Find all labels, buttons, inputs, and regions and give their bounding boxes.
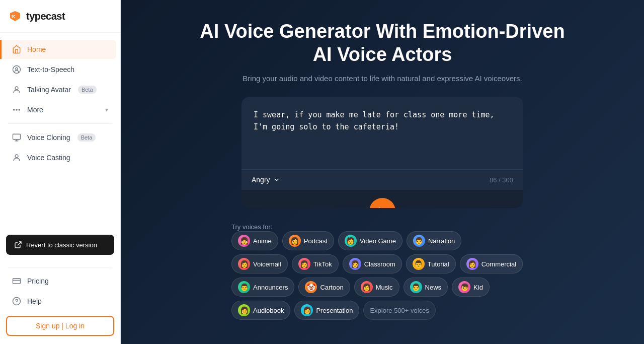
emotion-chevron-icon <box>273 176 280 183</box>
svg-line-11 <box>18 242 21 245</box>
narration-avatar: 👨 <box>413 235 425 247</box>
voice-tag-video-game[interactable]: 🧑 Video Game <box>338 231 403 250</box>
commercial-avatar: 👩 <box>466 258 478 270</box>
sidebar-item-home-label: Home <box>27 45 46 53</box>
voices-section: Try voices for: 👧 Anime 👩 Podcast 🧑 Vide… <box>231 222 533 324</box>
sidebar-nav: Home Text-to-Speech Talking Avatar Beta <box>0 33 120 231</box>
kid-avatar: 👦 <box>458 281 470 293</box>
sidebar-item-voice-casting-label: Voice Casting <box>27 154 70 162</box>
svg-point-2 <box>16 67 18 70</box>
sidebar-item-pricing-label: Pricing <box>27 277 49 285</box>
emotion-selector[interactable]: Angry <box>252 176 280 184</box>
voice-tag-music[interactable]: 👩 Music <box>354 278 399 297</box>
avatar-icon <box>12 85 21 94</box>
news-avatar: 👨 <box>410 281 422 293</box>
voice-tag-anime[interactable]: 👧 Anime <box>231 231 278 250</box>
app-name: typecast <box>26 11 65 22</box>
main-content: AI Voice Generator With Emotion-Driven A… <box>121 0 644 344</box>
hero-title: AI Voice Generator With Emotion-Driven A… <box>191 20 574 66</box>
music-avatar: 👩 <box>361 281 373 293</box>
voice-tag-tutorial[interactable]: 👨 Tutorial <box>406 254 456 273</box>
voice-tags-row-4: 👩 Audiobook 👩 Presentation Explore 500+ … <box>231 301 533 320</box>
more-chevron-icon: ▾ <box>105 106 108 113</box>
voice-tag-classroom[interactable]: 👩 Classroom <box>343 254 402 273</box>
voice-demo-box: I swear, if you make me late for class o… <box>242 97 523 208</box>
sidebar-item-help[interactable]: Help <box>4 292 116 311</box>
voice-tag-cartoon[interactable]: 🤡 Cartoon <box>298 278 350 297</box>
tutorial-avatar: 👨 <box>413 258 425 270</box>
voice-tag-tiktok[interactable]: 👩 TikTok <box>292 254 339 273</box>
voice-tag-audiobook[interactable]: 👩 Audiobook <box>231 301 290 320</box>
explore-label: Explore 500+ voices <box>370 307 429 314</box>
podcast-avatar: 👩 <box>289 235 301 247</box>
sidebar-item-voice-cloning[interactable]: Voice Cloning Beta <box>4 128 116 147</box>
typecast-logo-icon: tc <box>8 9 22 23</box>
sidebar-item-pricing[interactable]: Pricing <box>4 271 116 291</box>
classroom-avatar: 👩 <box>349 258 361 270</box>
sidebar-item-home[interactable]: Home <box>0 40 116 59</box>
voice-tag-narration[interactable]: 👨 Narration <box>407 231 461 250</box>
voice-text-input[interactable]: I swear, if you make me late for class o… <box>242 97 523 167</box>
home-icon <box>12 45 21 54</box>
voice-tag-news[interactable]: 👨 News <box>404 278 448 297</box>
svg-point-3 <box>15 87 18 90</box>
sidebar-item-more-label: More <box>27 106 43 114</box>
pricing-icon <box>12 277 21 286</box>
voice-tag-announcers[interactable]: 👨 Announcers <box>231 278 294 297</box>
svg-marker-16 <box>379 208 385 208</box>
voice-tags-row-3: 👨 Announcers 🤡 Cartoon 👩 Music 👨 News 👦 … <box>231 278 533 297</box>
nav-divider <box>8 123 112 124</box>
sidebar-item-voice-casting[interactable]: Voice Casting <box>4 148 116 167</box>
svg-point-4 <box>14 109 15 110</box>
voice-tag-commercial[interactable]: 👩 Commercial <box>460 254 523 273</box>
sidebar: tc typecast Home Text-to-Speech <box>0 0 121 344</box>
voice-cloning-badge: Beta <box>77 133 96 142</box>
hero-subtitle: Bring your audio and video content to li… <box>243 74 522 83</box>
avatar-badge: Beta <box>78 86 97 94</box>
sidebar-item-tts-label: Text-to-Speech <box>27 65 74 74</box>
cartoon-avatar: 🤡 <box>305 281 317 293</box>
video-game-avatar: 🧑 <box>345 235 357 247</box>
voice-clone-icon <box>12 133 21 142</box>
play-icon <box>377 206 387 208</box>
svg-text:tc: tc <box>12 14 16 19</box>
voice-tag-podcast[interactable]: 👩 Podcast <box>282 231 334 250</box>
svg-point-14 <box>13 298 21 305</box>
sidebar-item-help-label: Help <box>27 297 42 305</box>
voice-tags-row-2: 👩 Voicemail 👩 TikTok 👩 Classroom 👨 Tutor… <box>231 254 533 273</box>
voice-tags-row-1: 👧 Anime 👩 Podcast 🧑 Video Game 👨 Narrati… <box>231 231 533 250</box>
emotion-label: Angry <box>252 176 270 184</box>
svg-point-1 <box>13 66 21 74</box>
svg-point-10 <box>15 155 18 158</box>
svg-rect-7 <box>13 134 21 140</box>
help-icon <box>12 297 21 306</box>
voice-player <box>242 190 523 208</box>
voice-controls: Angry 86 / 300 <box>242 169 523 190</box>
svg-point-6 <box>19 109 20 110</box>
sidebar-item-tts[interactable]: Text-to-Speech <box>4 60 116 79</box>
sidebar-item-avatar[interactable]: Talking Avatar Beta <box>4 80 116 99</box>
anime-avatar: 👧 <box>238 235 250 247</box>
svg-rect-12 <box>13 279 21 284</box>
tts-icon <box>12 65 21 74</box>
sidebar-item-voice-cloning-label: Voice Cloning <box>27 133 70 142</box>
play-button[interactable] <box>369 198 395 208</box>
voice-tag-kid[interactable]: 👦 Kid <box>452 278 490 297</box>
presentation-avatar: 👩 <box>301 304 313 316</box>
sidebar-item-more[interactable]: More ▾ <box>4 100 116 119</box>
voicemail-avatar: 👩 <box>238 258 250 270</box>
sidebar-bottom: Pricing Help Sign up | Log in <box>0 259 120 344</box>
voice-tag-explore[interactable]: Explore 500+ voices <box>363 301 435 320</box>
bottom-divider <box>8 267 112 267</box>
external-link-icon <box>14 241 22 249</box>
signin-btn-label: Sign up | Log in <box>36 322 85 330</box>
voice-tag-voicemail[interactable]: 👩 Voicemail <box>231 254 288 273</box>
voice-tag-presentation[interactable]: 👩 Presentation <box>294 301 359 320</box>
svg-point-5 <box>16 109 17 110</box>
voice-cast-icon <box>12 153 21 162</box>
char-count: 86 / 300 <box>490 176 513 184</box>
announcers-avatar: 👨 <box>238 281 250 293</box>
audiobook-avatar: 👩 <box>238 304 250 316</box>
signin-button[interactable]: Sign up | Log in <box>6 316 114 336</box>
revert-classic-button[interactable]: Revert to classic version <box>6 235 114 255</box>
